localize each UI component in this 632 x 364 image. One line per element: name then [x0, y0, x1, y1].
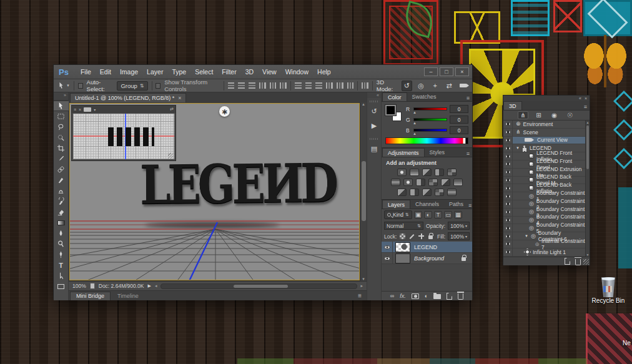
posterize-icon[interactable]: [410, 189, 419, 196]
history-panel-button[interactable]: ↺: [368, 106, 380, 117]
hscroll-left-icon[interactable]: ◂: [155, 283, 157, 288]
visibility-toggle[interactable]: [503, 240, 513, 248]
secondary-view-camera-icon[interactable]: [84, 107, 91, 112]
gradient-tool[interactable]: [54, 217, 69, 228]
levels-icon[interactable]: [410, 169, 419, 176]
layer-thumbnail-3d[interactable]: [395, 242, 410, 252]
visibility-toggle[interactable]: [503, 137, 513, 144]
scroll-up-icon[interactable]: ▲: [362, 102, 365, 106]
tab-adjustments[interactable]: Adjustments: [382, 148, 425, 157]
new-adjustment-layer-icon[interactable]: ◐: [425, 293, 428, 299]
delete-layer-icon[interactable]: [458, 293, 463, 300]
visibility-toggle[interactable]: [503, 129, 513, 136]
type-tool[interactable]: T: [54, 260, 69, 270]
menu-select[interactable]: Select: [190, 68, 217, 76]
canvas[interactable]: ≡ × ▾ ⇄ ∗: [69, 103, 360, 280]
distribute-bottom-icon[interactable]: [315, 82, 322, 89]
minimize-button[interactable]: –: [424, 67, 438, 76]
document-tab[interactable]: Untitled-1 @ 100% (LEGEND, RGB/8) * ×: [70, 93, 186, 102]
black-white-icon[interactable]: [416, 179, 425, 186]
red-slider-thumb[interactable]: ▲: [413, 111, 417, 114]
color-swatches[interactable]: [385, 105, 402, 121]
menu-file[interactable]: File: [76, 68, 96, 76]
healing-brush-tool[interactable]: [54, 164, 69, 175]
menu-type[interactable]: Type: [167, 68, 190, 76]
distribute-v-icon[interactable]: [305, 82, 312, 89]
distribute-left-icon[interactable]: [326, 82, 333, 89]
tab-timeline[interactable]: Timeline: [112, 292, 144, 300]
3d-panel-menu-icon[interactable]: ≡: [584, 104, 590, 110]
3d-axis-widget[interactable]: ∗: [219, 106, 230, 117]
layer-thumbnail-background[interactable]: [395, 253, 410, 263]
link-layers-icon[interactable]: ∞: [390, 293, 394, 299]
auto-select-scope-dropdown[interactable]: Group ⇅: [117, 81, 147, 91]
layer-filter-kind-dropdown[interactable]: Kind ⇅: [384, 210, 412, 219]
horizontal-scroll-thumb[interactable]: [234, 285, 288, 288]
color-lookup-icon[interactable]: [453, 179, 463, 186]
restore-button[interactable]: □: [440, 67, 453, 76]
visibility-toggle[interactable]: [503, 144, 513, 152]
zoom-level[interactable]: 100%: [72, 283, 86, 289]
marquee-tool[interactable]: [54, 111, 69, 122]
opacity-field[interactable]: 100% ▾: [448, 222, 470, 230]
canvas-vertical-scrollbar[interactable]: ▲ ▼: [360, 102, 367, 281]
3d-drag-mode-button[interactable]: +: [430, 81, 440, 91]
menu-layer[interactable]: Layer: [142, 68, 167, 76]
selective-color-icon[interactable]: [435, 189, 444, 196]
eraser-tool[interactable]: [54, 207, 69, 217]
visibility-toggle[interactable]: [503, 209, 513, 216]
new-layer-icon[interactable]: [447, 293, 452, 300]
visibility-toggle[interactable]: [503, 177, 513, 184]
filter-whole-scene-icon[interactable]: ⋔: [518, 111, 528, 119]
layer-name-legend[interactable]: LEGEND: [414, 244, 437, 250]
visibility-toggle[interactable]: [503, 184, 513, 192]
gradient-map-icon[interactable]: [447, 189, 457, 196]
brightness-contrast-icon[interactable]: [397, 169, 407, 176]
blend-mode-dropdown[interactable]: Normal ⇅: [384, 222, 423, 230]
show-transform-checkbox[interactable]: [156, 83, 160, 89]
tab-styles[interactable]: Styles: [425, 148, 450, 157]
visibility-toggle[interactable]: [503, 200, 513, 208]
3d-slide-mode-button[interactable]: ⇄: [444, 81, 455, 91]
clone-stamp-tool[interactable]: [54, 185, 69, 196]
expand-caret-icon[interactable]: ▼: [525, 234, 528, 238]
lock-all-icon[interactable]: [427, 234, 434, 240]
color-balance-icon[interactable]: [403, 179, 413, 186]
new-3d-object-icon[interactable]: [565, 258, 570, 265]
filter-type-layers-icon[interactable]: T: [434, 211, 442, 219]
tab-mini-bridge[interactable]: Mini Bridge: [70, 292, 111, 300]
layer-name-background[interactable]: Background: [414, 255, 444, 262]
lock-transparency-icon[interactable]: [399, 234, 406, 240]
crop-tool[interactable]: [54, 143, 69, 154]
blue-value-field[interactable]: 0: [450, 126, 468, 134]
3d-panel-titlebar[interactable]: « ×: [503, 96, 590, 101]
3d-item-scene[interactable]: ⋔Scene: [503, 129, 585, 137]
layer-style-icon[interactable]: fx.: [400, 293, 406, 299]
green-slider-thumb[interactable]: ▲: [413, 122, 417, 124]
layers-panel-menu-icon[interactable]: ≡: [468, 202, 474, 209]
eyedropper-tool[interactable]: [54, 154, 69, 164]
menu-filter[interactable]: Filter: [217, 68, 240, 76]
visibility-toggle[interactable]: [503, 121, 513, 128]
secondary-view-camera-dropdown-icon[interactable]: ▾: [94, 107, 96, 112]
menu-image[interactable]: Image: [116, 68, 142, 76]
3d-item-internal-constraint[interactable]: ◎Internal Constraint 7: [503, 240, 585, 248]
desktop-icon-label-partial[interactable]: Ne: [623, 340, 631, 347]
auto-select-checkbox[interactable]: [78, 83, 83, 89]
visibility-toggle[interactable]: [503, 160, 513, 168]
3d-panel-resize-grip[interactable]: [583, 259, 589, 265]
lock-position-icon[interactable]: [418, 234, 425, 240]
filter-adjustment-layers-icon[interactable]: ◐: [424, 211, 432, 219]
3d-item-infinite-light[interactable]: Infinite Light 1: [503, 248, 585, 257]
expand-caret-icon[interactable]: ▼: [516, 146, 520, 150]
add-mask-icon[interactable]: [412, 293, 419, 299]
dodge-tool[interactable]: [54, 239, 69, 249]
visibility-toggle[interactable]: [503, 248, 513, 256]
align-left-edges-icon[interactable]: [228, 82, 235, 89]
align-v-centers-icon[interactable]: [270, 82, 277, 89]
3d-panel-collapse-icon[interactable]: «: [579, 96, 581, 101]
fill-field[interactable]: 100% ▾: [448, 232, 470, 240]
filter-materials-icon[interactable]: ◉: [549, 111, 560, 119]
canvas-horizontal-scrollbar[interactable]: [160, 283, 357, 289]
align-right-edges-icon[interactable]: [249, 82, 255, 89]
